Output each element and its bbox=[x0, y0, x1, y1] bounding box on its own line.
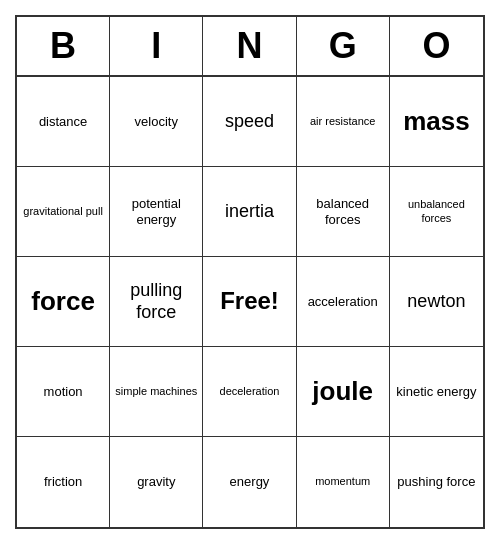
bingo-cell-19: kinetic energy bbox=[390, 347, 483, 437]
bingo-cell-20: friction bbox=[17, 437, 110, 527]
bingo-cell-18: joule bbox=[297, 347, 390, 437]
bingo-cell-9: unbalanced forces bbox=[390, 167, 483, 257]
bingo-cell-15: motion bbox=[17, 347, 110, 437]
bingo-cell-7: inertia bbox=[203, 167, 296, 257]
bingo-cell-2: speed bbox=[203, 77, 296, 167]
bingo-cell-17: deceleration bbox=[203, 347, 296, 437]
bingo-cell-16: simple machines bbox=[110, 347, 203, 437]
bingo-cell-13: acceleration bbox=[297, 257, 390, 347]
header-letter-g: G bbox=[297, 17, 390, 75]
header-letter-b: B bbox=[17, 17, 110, 75]
bingo-cell-23: momentum bbox=[297, 437, 390, 527]
bingo-cell-4: mass bbox=[390, 77, 483, 167]
header-letter-o: O bbox=[390, 17, 483, 75]
bingo-cell-21: gravity bbox=[110, 437, 203, 527]
bingo-cell-14: newton bbox=[390, 257, 483, 347]
header-letter-n: N bbox=[203, 17, 296, 75]
bingo-cell-0: distance bbox=[17, 77, 110, 167]
bingo-cell-22: energy bbox=[203, 437, 296, 527]
bingo-cell-24: pushing force bbox=[390, 437, 483, 527]
header-letter-i: I bbox=[110, 17, 203, 75]
bingo-cell-8: balanced forces bbox=[297, 167, 390, 257]
bingo-card: BINGO distancevelocityspeedair resistanc… bbox=[15, 15, 485, 529]
bingo-cell-6: potential energy bbox=[110, 167, 203, 257]
bingo-cell-12: Free! bbox=[203, 257, 296, 347]
bingo-cell-11: pulling force bbox=[110, 257, 203, 347]
bingo-cell-3: air resistance bbox=[297, 77, 390, 167]
bingo-grid: distancevelocityspeedair resistancemassg… bbox=[17, 77, 483, 527]
bingo-cell-10: force bbox=[17, 257, 110, 347]
bingo-cell-5: gravitational pull bbox=[17, 167, 110, 257]
bingo-header: BINGO bbox=[17, 17, 483, 77]
bingo-cell-1: velocity bbox=[110, 77, 203, 167]
